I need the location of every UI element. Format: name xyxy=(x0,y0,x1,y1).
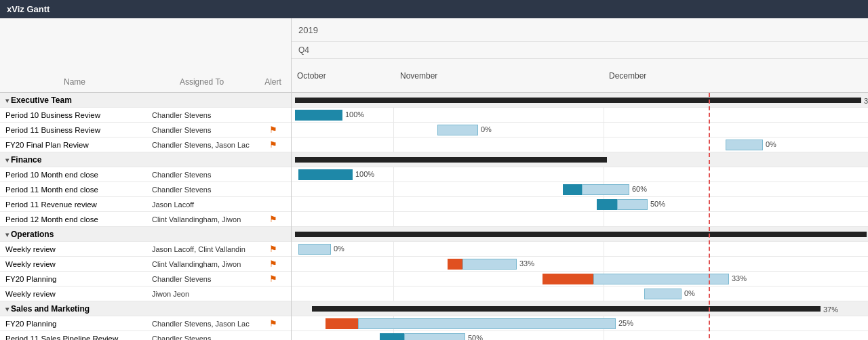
group-row: ▾Operations xyxy=(0,227,291,242)
month-row: October November December xyxy=(292,59,868,92)
gantt-row: 0% xyxy=(292,286,868,301)
pct-label: 25% xyxy=(618,319,633,327)
pct-label: 0% xyxy=(334,245,344,253)
gantt-bar-container xyxy=(326,318,616,329)
alert-icon: ⚑ xyxy=(269,318,277,328)
gantt-bar-container xyxy=(298,169,353,180)
chevron-icon: ▾ xyxy=(5,231,9,238)
gantt-row: 37% xyxy=(292,301,868,316)
assigned-to: Chandler Stevens xyxy=(149,275,254,283)
gantt-row xyxy=(292,152,868,167)
gantt-row: 60% xyxy=(292,182,868,197)
col-alert-header: Alert xyxy=(254,75,292,92)
alert-icon: ⚑ xyxy=(269,244,277,254)
task-name: Weekly review xyxy=(0,245,149,253)
chevron-icon: ▾ xyxy=(5,97,9,104)
pct-label: 0% xyxy=(684,289,695,297)
assigned-to: Jiwon Jeon xyxy=(149,290,254,298)
bar-filled xyxy=(597,199,617,210)
group-pct-label: 38% xyxy=(864,97,868,105)
gantt-bar-container xyxy=(298,244,331,255)
alert-icon: ⚑ xyxy=(269,140,277,150)
current-day-line xyxy=(709,93,710,340)
bar-filled xyxy=(448,259,462,270)
alert-cell: ⚑ xyxy=(254,140,291,150)
group-summary-bar xyxy=(295,232,867,237)
bar-filled xyxy=(563,184,582,195)
alert-icon: ⚑ xyxy=(269,259,277,269)
title-bar: xViz Gantt xyxy=(0,0,868,18)
pct-label: 0% xyxy=(766,140,776,148)
group-row: ▾Executive Team xyxy=(0,93,291,108)
assigned-to: Jason Lacoff xyxy=(149,200,254,209)
group-pct-label: 37% xyxy=(823,305,838,314)
alert-cell: ⚑ xyxy=(254,318,291,328)
task-name: Period 11 Month end close xyxy=(0,186,149,194)
assigned-to: Chandler Stevens xyxy=(149,111,254,119)
quarter-label: Q4 xyxy=(298,45,309,55)
chevron-icon: ▾ xyxy=(5,156,9,164)
gantt-bar-container xyxy=(542,274,729,284)
column-headers: Name Assigned To Alert xyxy=(0,18,291,93)
bar-empty xyxy=(358,318,616,329)
quarter-row: Q4 xyxy=(292,42,868,59)
gantt-row: 0% xyxy=(292,123,868,137)
assigned-to: Chandler Stevens xyxy=(149,335,254,341)
task-row: Period 11 Sales Pipeline ReviewChandler … xyxy=(0,331,291,340)
bar-empty xyxy=(437,125,478,135)
app-title: xViz Gantt xyxy=(7,4,50,14)
task-list: ▾Executive TeamPeriod 10 Business Review… xyxy=(0,93,291,340)
alert-cell: ⚑ xyxy=(254,259,291,269)
pct-label: 100% xyxy=(355,170,374,178)
col-name-header: Name xyxy=(0,75,149,92)
alert-icon: ⚑ xyxy=(269,125,277,135)
gantt-row: 25% xyxy=(292,316,868,331)
bar-filled xyxy=(298,169,353,180)
pct-label: 33% xyxy=(519,259,534,268)
alert-cell: ⚑ xyxy=(254,244,291,254)
pct-label: 60% xyxy=(632,185,647,193)
pct-label: 50% xyxy=(650,200,665,208)
task-row: FY20 PlanningChandler Stevens, Jason Lac… xyxy=(0,316,291,331)
gantt-bar-container xyxy=(726,140,763,150)
year-row: 2019 xyxy=(292,18,868,42)
task-name: Period 10 Business Review xyxy=(0,111,149,119)
gantt-bar-container xyxy=(295,110,342,121)
pct-label: 100% xyxy=(345,110,364,119)
month-october: October xyxy=(297,71,326,81)
gantt-row: 0% xyxy=(292,137,868,152)
group-summary-bar xyxy=(295,157,607,163)
task-name: Period 11 Sales Pipeline Review xyxy=(0,335,149,341)
assigned-to: Clint Vallandingham, Jiwon xyxy=(149,215,254,224)
assigned-to: Clint Vallandingham, Jiwon xyxy=(149,260,254,268)
task-name: FY20 Planning xyxy=(0,275,149,283)
assigned-to: Jason Lacoff, Clint Vallandin xyxy=(149,245,254,253)
gantt-row: 100% xyxy=(292,167,868,182)
pct-label: 0% xyxy=(481,125,492,133)
task-row: FY20 Final Plan ReviewChandler Stevens, … xyxy=(0,137,291,152)
month-november: November xyxy=(400,71,437,81)
group-row: ▾Sales and Marketing xyxy=(0,301,291,316)
task-row: Weekly reviewJason Lacoff, Clint Valland… xyxy=(0,242,291,257)
task-row: Weekly reviewClint Vallandingham, Jiwon⚑ xyxy=(0,257,291,272)
task-name: Weekly review xyxy=(0,260,149,268)
bar-empty xyxy=(726,140,763,150)
gantt-header: 2019 Q4 October November December xyxy=(292,18,868,93)
gantt-row: 50% xyxy=(292,331,868,340)
bar-filled xyxy=(326,318,358,329)
task-row: Period 10 Business ReviewChandler Steven… xyxy=(0,108,291,123)
gantt-row: 27% xyxy=(292,227,868,242)
task-row: Period 10 Month end closeChandler Steven… xyxy=(0,167,291,182)
assigned-to: Chandler Stevens xyxy=(149,171,254,179)
gantt-row xyxy=(292,212,868,227)
group-row: ▾Finance xyxy=(0,152,291,167)
gantt-row: 100% xyxy=(292,108,868,123)
task-row: Weekly reviewJiwon Jeon xyxy=(0,286,291,301)
gantt-bar-container xyxy=(563,184,629,195)
assigned-to: Chandler Stevens xyxy=(149,126,254,134)
gantt-bar-container xyxy=(437,125,478,135)
gantt-row: 33% xyxy=(292,257,868,272)
gantt-row: 33% xyxy=(292,272,868,286)
pct-label: 50% xyxy=(468,334,483,340)
task-row: Period 12 Month end closeClint Vallandin… xyxy=(0,212,291,227)
